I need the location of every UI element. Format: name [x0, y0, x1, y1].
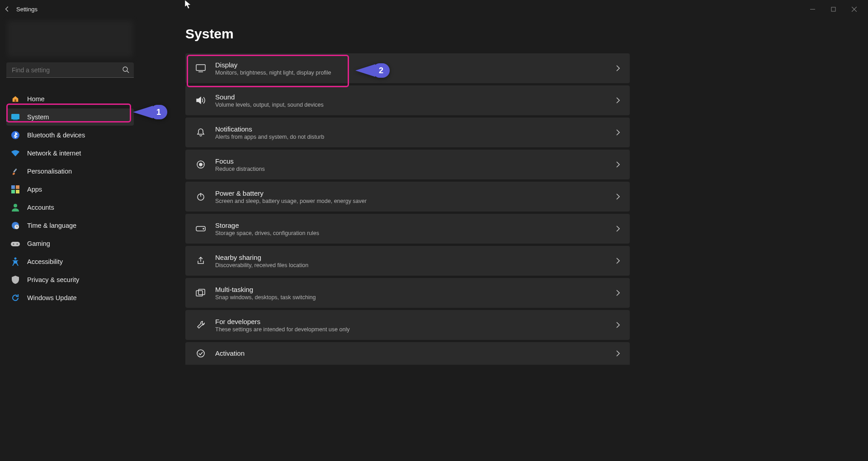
card-title: Nearby sharing: [215, 254, 607, 261]
paintbrush-icon: [11, 167, 20, 176]
card-focus[interactable]: FocusReduce distractions: [185, 150, 630, 179]
svg-point-20: [17, 244, 18, 245]
sidebar: Home System Bluetooth & devices Network …: [0, 18, 140, 461]
card-title: For developers: [215, 318, 607, 325]
card-desc: Snap windows, desktops, task switching: [215, 294, 607, 301]
sidebar-item-label: Apps: [27, 186, 42, 193]
svg-rect-30: [196, 291, 203, 296]
sidebar-item-label: Time & language: [27, 222, 76, 229]
search-input[interactable]: [6, 62, 134, 78]
chevron-right-icon: [616, 161, 620, 168]
search-icon: [122, 66, 129, 73]
focus-icon: [195, 160, 206, 169]
svg-rect-7: [11, 114, 19, 119]
card-desc: Discoverability, received files location: [215, 262, 607, 268]
annotation-callout-1: 1: [133, 105, 167, 119]
content-area: System DisplayMonitors, brightness, nigh…: [140, 18, 868, 461]
sidebar-item-time[interactable]: Time & language: [6, 217, 134, 234]
share-icon: [195, 256, 206, 265]
card-title: Notifications: [215, 125, 607, 133]
sidebar-item-accessibility[interactable]: Accessibility: [6, 253, 134, 270]
system-icon: [11, 113, 20, 122]
card-title: Multi-tasking: [215, 286, 607, 293]
card-multitasking[interactable]: Multi-taskingSnap windows, desktops, tas…: [185, 278, 630, 308]
card-title: Activation: [215, 349, 607, 357]
user-profile-block[interactable]: [7, 21, 133, 57]
sidebar-item-apps[interactable]: Apps: [6, 181, 134, 198]
chevron-right-icon: [616, 65, 620, 71]
chevron-right-icon: [616, 290, 620, 296]
card-power[interactable]: Power & batteryScreen and sleep, battery…: [185, 182, 630, 212]
sidebar-item-personalisation[interactable]: Personalisation: [6, 163, 134, 180]
svg-rect-31: [198, 289, 205, 295]
card-notifications[interactable]: NotificationsAlerts from apps and system…: [185, 118, 630, 147]
sidebar-item-network[interactable]: Network & internet: [6, 145, 134, 162]
sidebar-item-bluetooth[interactable]: Bluetooth & devices: [6, 127, 134, 144]
display-icon: [195, 64, 206, 72]
sidebar-item-label: Privacy & security: [27, 276, 79, 283]
sidebar-item-label: Home: [27, 95, 45, 103]
sidebar-item-home[interactable]: Home: [6, 90, 134, 108]
svg-point-32: [197, 350, 204, 357]
annotation-callout-2: 2: [355, 63, 390, 78]
svg-rect-6: [14, 99, 16, 102]
gamepad-icon: [11, 239, 20, 248]
card-storage[interactable]: StorageStorage space, drives, configurat…: [185, 214, 630, 244]
svg-point-4: [123, 67, 127, 71]
sidebar-item-update[interactable]: Windows Update: [6, 289, 134, 306]
sidebar-item-label: System: [27, 113, 49, 121]
window-title: Settings: [16, 6, 38, 13]
sidebar-item-privacy[interactable]: Privacy & security: [6, 271, 134, 288]
chevron-right-icon: [616, 97, 620, 103]
sidebar-item-label: Network & internet: [27, 150, 81, 157]
chevron-right-icon: [616, 226, 620, 232]
power-icon: [195, 192, 206, 201]
sidebar-item-label: Gaming: [27, 240, 50, 247]
svg-rect-1: [831, 7, 835, 11]
page-title: System: [185, 26, 811, 42]
sidebar-item-label: Bluetooth & devices: [27, 132, 85, 139]
apps-icon: [11, 185, 20, 194]
card-display[interactable]: DisplayMonitors, brightness, night light…: [185, 53, 630, 83]
svg-rect-8: [13, 119, 18, 120]
minimize-button[interactable]: [802, 2, 823, 16]
storage-icon: [195, 226, 206, 231]
bluetooth-icon: [11, 131, 20, 140]
titlebar: Settings: [0, 0, 868, 18]
card-title: Focus: [215, 157, 607, 165]
sidebar-item-gaming[interactable]: Gaming: [6, 235, 134, 252]
window-controls: [802, 2, 864, 16]
sidebar-item-label: Accounts: [27, 204, 54, 211]
chevron-right-icon: [616, 193, 620, 200]
chevron-right-icon: [616, 350, 620, 357]
svg-point-25: [199, 163, 202, 166]
sidebar-item-accounts[interactable]: Accounts: [6, 199, 134, 216]
update-icon: [11, 293, 20, 302]
chevron-right-icon: [616, 258, 620, 264]
sidebar-item-system[interactable]: System: [6, 108, 134, 126]
card-desc: Alerts from apps and system, do not dist…: [215, 134, 607, 140]
card-title: Sound: [215, 93, 607, 101]
card-desc: Reduce distractions: [215, 166, 607, 172]
card-title: Display: [215, 61, 607, 69]
mouse-cursor-icon: [185, 0, 191, 9]
maximize-button[interactable]: [823, 2, 844, 16]
card-nearby-sharing[interactable]: Nearby sharingDiscoverability, received …: [185, 246, 630, 276]
card-activation[interactable]: Activation: [185, 342, 630, 365]
svg-rect-22: [196, 65, 205, 71]
card-desc: Volume levels, output, input, sound devi…: [215, 102, 607, 108]
sound-icon: [195, 96, 206, 105]
chevron-right-icon: [616, 129, 620, 136]
card-sound[interactable]: SoundVolume levels, output, input, sound…: [185, 85, 630, 115]
svg-line-5: [127, 71, 129, 73]
sidebar-item-label: Personalisation: [27, 168, 72, 175]
back-button[interactable]: [4, 5, 11, 13]
svg-point-29: [203, 228, 204, 229]
close-button[interactable]: [844, 2, 864, 16]
svg-rect-18: [11, 242, 20, 246]
card-developers[interactable]: For developersThese settings are intende…: [185, 310, 630, 340]
home-icon: [11, 94, 20, 103]
accessibility-icon: [11, 257, 20, 266]
check-circle-icon: [195, 349, 206, 358]
svg-point-21: [14, 258, 17, 260]
